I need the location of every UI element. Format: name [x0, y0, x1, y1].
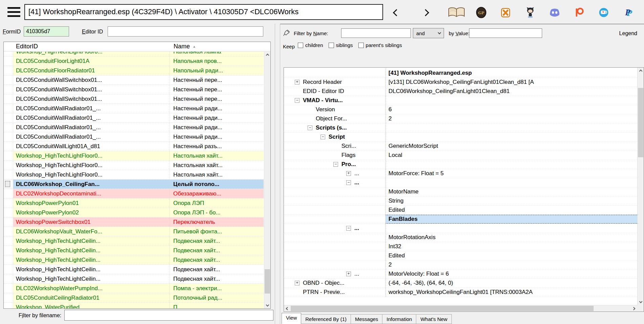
- collapse-icon[interactable]: −: [346, 226, 351, 231]
- tree-row[interactable]: +...MotorForce: Float = 5: [284, 169, 637, 178]
- tree-row[interactable]: FlagsLocal: [284, 151, 637, 160]
- tree-row[interactable]: −...: [284, 178, 637, 187]
- collapse-icon[interactable]: −: [333, 162, 338, 167]
- tree-row[interactable]: Version6: [284, 105, 637, 114]
- patreon-icon[interactable]: [570, 6, 589, 19]
- tree-row[interactable]: FanBlades: [284, 215, 637, 224]
- panel-splitter[interactable]: [275, 24, 280, 324]
- tree-row[interactable]: String: [284, 196, 637, 206]
- filter-operator-select[interactable]: and: [413, 28, 444, 38]
- scroll-thumb[interactable]: [265, 269, 270, 294]
- table-row[interactable]: Workshop_HighTechLightCeilin...Подвесная…: [4, 274, 264, 284]
- tree-row[interactable]: Edited: [284, 206, 637, 215]
- tree-row[interactable]: MotorName: [284, 187, 637, 196]
- column-header-name[interactable]: Name ▲: [170, 43, 270, 50]
- tree-row[interactable]: −VMAD - Virtu...: [284, 96, 637, 105]
- collapse-icon[interactable]: −: [308, 125, 312, 130]
- table-row[interactable]: Workshop_HighTechLightCeilin...Подвесная…: [4, 265, 264, 274]
- collapse-icon[interactable]: −: [295, 98, 299, 103]
- scroll-down-button[interactable]: [264, 302, 270, 308]
- expand-icon[interactable]: +: [295, 281, 299, 285]
- table-row[interactable]: DLC02WorkshopDecontaminati...Обеззаражив…: [4, 189, 264, 199]
- keep-option-siblings[interactable]: siblings: [329, 42, 353, 48]
- formid-input[interactable]: [24, 26, 69, 37]
- checkbox[interactable]: [298, 43, 303, 48]
- tree-row[interactable]: EDID - Editor IDDLC06Workshop_CeilingFan…: [284, 87, 637, 96]
- table-row[interactable]: DLC05ConduitFloorLight01AНапольная пров.…: [4, 56, 264, 66]
- scroll-right-button[interactable]: [631, 305, 637, 311]
- legend-link[interactable]: Legend: [619, 30, 637, 37]
- tree-row[interactable]: Edited: [284, 251, 637, 260]
- tab-view[interactable]: View: [282, 313, 301, 324]
- table-row[interactable]: DLC06Workshop_CeilingFan...Целый потоло.…: [4, 180, 264, 189]
- table-row[interactable]: Workshop_HighTechLightFloor0...Напольная…: [4, 52, 264, 56]
- table-row[interactable]: DLC05ConduitWallSwitchbox01...Настенный …: [4, 85, 264, 94]
- forward-button[interactable]: [418, 7, 432, 18]
- tree-row[interactable]: 2: [284, 260, 637, 270]
- table-row[interactable]: WorkshopPowerSwitchbox01Переключатель: [4, 217, 264, 227]
- table-row[interactable]: DLC05ConduitWallRadiator01_...Настенный …: [4, 132, 264, 142]
- table-row[interactable]: Workshop_HighTechLightCeilin...Подвесная…: [4, 255, 264, 265]
- table-row[interactable]: DLC06WorkshopVault_WaterFo...Питьевой фо…: [4, 227, 264, 236]
- table-row[interactable]: WorkshopPowerPylon01Опора ЛЭП: [4, 199, 264, 208]
- table-row[interactable]: Workshop_HighTechLightCeilin...Подвесная…: [4, 236, 264, 246]
- tab-what-s-new[interactable]: What's New: [416, 314, 452, 324]
- tree-row[interactable]: +...MotorVelocity: Float = 6: [284, 270, 637, 279]
- tree-row[interactable]: +OBND - Objec...(-64, -64, -36), (64, 64…: [284, 279, 637, 288]
- table-row[interactable]: Workshop_HighTechLightCeilin...Подвесная…: [4, 246, 264, 255]
- expand-icon[interactable]: +: [346, 171, 351, 176]
- tree-row[interactable]: Object For...2: [284, 114, 637, 123]
- filter-by-value-input[interactable]: [469, 28, 542, 38]
- tree-vertical-scrollbar[interactable]: [637, 68, 644, 305]
- tab-referenced-by-1-[interactable]: Referenced By (1): [301, 314, 351, 324]
- keep-option-parent-s-siblings[interactable]: parent's siblings: [358, 42, 402, 48]
- back-button[interactable]: [389, 7, 403, 18]
- tree-row[interactable]: [41] WorkshopRearranged.esp: [284, 69, 637, 78]
- checkbox[interactable]: [358, 43, 364, 48]
- tree-row[interactable]: MotorRotationAxis: [284, 233, 637, 242]
- help-book-icon[interactable]: [447, 6, 466, 19]
- table-row[interactable]: DLC05ConduitWallRadiator01_...Настенный …: [4, 113, 264, 123]
- tree-row[interactable]: −...: [284, 224, 637, 233]
- scroll-down-button[interactable]: [638, 299, 644, 305]
- table-row[interactable]: DLC05ConduitWallSwitchbox01...Настенный …: [4, 75, 264, 85]
- tree-row[interactable]: −Pro...: [284, 160, 637, 169]
- column-header-editorid[interactable]: EditorID: [13, 43, 170, 50]
- tree-horizontal-scrollbar[interactable]: [284, 305, 637, 311]
- table-row[interactable]: DLC05ConduitWallRadiator01_...Настенный …: [4, 104, 264, 113]
- paypal-icon[interactable]: PP: [619, 6, 638, 19]
- tab-information[interactable]: Information: [382, 314, 416, 324]
- table-row[interactable]: WorkshopPowerPylon02Опора ЛЭП - бо...: [4, 208, 264, 217]
- table-row[interactable]: Workshop_HighTechLightFloor0...Настольна…: [4, 151, 264, 161]
- filename-filter-input[interactable]: [64, 310, 273, 321]
- tab-messages[interactable]: Messages: [351, 314, 382, 324]
- scroll-thumb[interactable]: [291, 306, 594, 311]
- table-row[interactable]: Workshop_HighTechLightFloor0...Настольна…: [4, 170, 264, 180]
- table-row[interactable]: Workshop_HighTechLightFloor0...Настольна…: [4, 161, 264, 170]
- gp-icon[interactable]: GP: [472, 6, 490, 19]
- expand-icon[interactable]: +: [295, 80, 299, 85]
- github-icon[interactable]: [521, 6, 539, 19]
- collapse-icon[interactable]: −: [320, 135, 325, 139]
- table-row[interactable]: DLC05ConduitCeilingRadiator01Потолочный …: [4, 293, 264, 303]
- keep-option-children[interactable]: children: [298, 42, 323, 48]
- scroll-thumb[interactable]: [638, 88, 643, 157]
- scroll-left-button[interactable]: [284, 305, 290, 311]
- tree-row[interactable]: PTRN - Previe...workshop_WorkshopCeiling…: [284, 288, 637, 297]
- discord-icon[interactable]: [546, 6, 564, 19]
- table-row[interactable]: DLC02WorkshopWaterPumpInd...Помпа - элек…: [4, 284, 264, 293]
- pin-icon[interactable]: [283, 29, 290, 38]
- tree-row[interactable]: +Record Header[v131] DLC06Workshop_Ceili…: [284, 78, 637, 87]
- tree-row[interactable]: −Script: [284, 133, 637, 142]
- tree-row[interactable]: Int32: [284, 242, 637, 251]
- ko-fi-icon[interactable]: [595, 6, 613, 19]
- checkbox[interactable]: [329, 43, 334, 48]
- table-row[interactable]: DLC05ConduitWallRadiator01_...Настенный …: [4, 123, 264, 132]
- table-row[interactable]: DLC05ConduitWallLight01A_d81Настенный ра…: [4, 142, 264, 151]
- main-menu-button[interactable]: [7, 7, 20, 17]
- nexus-mods-icon[interactable]: [496, 6, 515, 19]
- table-row[interactable]: DLC05ConduitFloorRadiator01Напольный рад…: [4, 66, 264, 75]
- table-row[interactable]: Workshop_WaterPurified...П...: [4, 303, 264, 308]
- expand-icon[interactable]: +: [346, 272, 351, 276]
- table-row[interactable]: DLC05ConduitWallSwitchbox01...Настенный …: [4, 94, 264, 104]
